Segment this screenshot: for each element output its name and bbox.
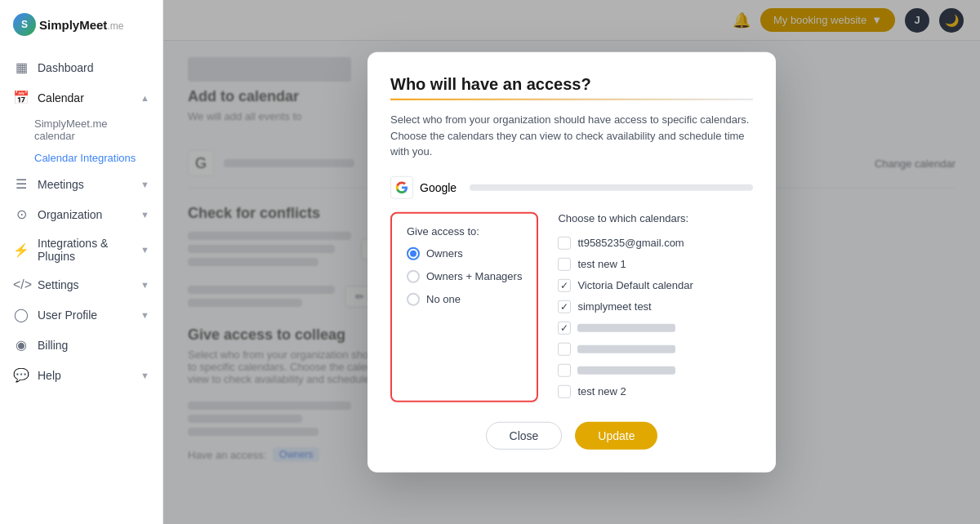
radio-owners[interactable]: Owners <box>407 246 522 260</box>
cal-item-blurred-1[interactable]: ✓ <box>558 317 753 338</box>
cal-checkbox-test-new-2[interactable] <box>558 384 571 397</box>
chevron-down-icon: ▼ <box>140 280 149 290</box>
cal-item-victoria[interactable]: ✓ Victoria Default calendar <box>558 274 753 295</box>
sidebar: S SimplyMeet.me ▦ Dashboard 📅 Calendar ▲… <box>0 0 163 524</box>
modal-title: Who will have an access? <box>390 75 753 94</box>
dashboard-icon: ▦ <box>13 60 29 75</box>
sidebar-item-label: Calendar <box>38 91 84 104</box>
chevron-down-icon: ▼ <box>140 371 149 380</box>
chevron-down-icon: ▼ <box>140 210 149 220</box>
owners-managers-label: Owners + Managers <box>426 270 522 282</box>
user-profile-icon: ◯ <box>13 307 29 322</box>
radio-button-owners-managers[interactable] <box>407 269 420 282</box>
logo: S SimplyMeet.me <box>0 13 163 52</box>
sidebar-item-label: Meetings <box>38 178 84 191</box>
settings-icon: </> <box>13 278 29 292</box>
access-options-box: Give access to: Owners Owners + Managers… <box>390 211 538 402</box>
sidebar-item-calendar[interactable]: 📅 Calendar ▲ <box>0 82 163 113</box>
radio-no-one[interactable]: No one <box>407 292 522 305</box>
chevron-down-icon: ▼ <box>140 245 149 255</box>
billing-icon: ◉ <box>13 337 29 353</box>
sidebar-item-label: Organization <box>38 208 102 221</box>
cal-item-blurred-2[interactable] <box>558 338 753 359</box>
calendar-icon: 📅 <box>13 90 29 105</box>
radio-button-owners[interactable] <box>407 246 420 260</box>
update-button[interactable]: Update <box>575 421 657 449</box>
cal-item-test-new-1[interactable]: test new 1 <box>558 253 753 274</box>
cal-label-blurred-1 <box>577 323 675 331</box>
sidebar-item-help[interactable]: 💬 Help ▼ <box>0 360 163 390</box>
cal-label-victoria: Victoria Default calendar <box>577 279 693 291</box>
no-one-label: No one <box>426 293 461 305</box>
cal-checkbox-victoria[interactable]: ✓ <box>558 278 571 291</box>
google-account-row: Google <box>390 175 753 198</box>
sidebar-item-label: User Profile <box>38 309 97 322</box>
chevron-down-icon: ▼ <box>140 310 149 320</box>
radio-button-no-one[interactable] <box>407 292 420 305</box>
cal-checkbox-blurred-1[interactable]: ✓ <box>558 321 571 334</box>
logo-icon: S <box>13 13 36 36</box>
sidebar-item-integrations[interactable]: ⚡ Integrations & Plugins ▼ <box>0 229 163 270</box>
google-icon <box>390 175 413 198</box>
cal-label-test-new-2: test new 2 <box>577 385 626 397</box>
sidebar-item-settings[interactable]: </> Settings ▼ <box>0 270 163 300</box>
cal-checkbox-blurred-2[interactable] <box>558 342 571 355</box>
logo-text: SimplyMeet.me <box>39 18 123 32</box>
checkmark-icon: ✓ <box>560 279 568 291</box>
cal-label-test-new-1: test new 1 <box>577 258 626 270</box>
main-content: 🔔 My booking website ▼ J 🌙 Add to calend… <box>163 0 980 524</box>
access-modal: Who will have an access? Select who from… <box>368 52 776 473</box>
meetings-icon: ☰ <box>13 176 29 192</box>
sidebar-item-label: Help <box>38 369 61 382</box>
sidebar-sub-item-simplymeet[interactable]: SimplyMeet.me calendar <box>34 113 163 147</box>
cal-label-gmail: tt9585235@gmail.com <box>577 237 684 249</box>
organization-icon: ⊙ <box>13 206 29 222</box>
sidebar-item-billing[interactable]: ◉ Billing <box>0 330 163 360</box>
calendar-list: Choose to which calendars: tt9585235@gma… <box>558 211 753 402</box>
owners-label: Owners <box>426 247 463 260</box>
cal-checkbox-gmail[interactable] <box>558 236 571 249</box>
cal-item-gmail[interactable]: tt9585235@gmail.com <box>558 232 753 253</box>
close-button[interactable]: Close <box>486 421 563 449</box>
cal-checkbox-blurred-3[interactable] <box>558 363 571 376</box>
radio-owners-managers[interactable]: Owners + Managers <box>407 269 522 282</box>
cal-item-test-new-2[interactable]: test new 2 <box>558 380 753 402</box>
help-icon: 💬 <box>13 367 29 383</box>
sidebar-item-label: Billing <box>38 339 68 352</box>
sidebar-item-label: Integrations & Plugins <box>38 237 132 263</box>
modal-description: Select who from your organization should… <box>390 112 753 160</box>
sidebar-item-organization[interactable]: ⊙ Organization ▼ <box>0 199 163 229</box>
sidebar-item-label: Dashboard <box>38 61 94 74</box>
choose-calendars-label: Choose to which calendars: <box>558 211 753 224</box>
sidebar-sub-item-integrations[interactable]: Calendar Integrations <box>34 147 163 169</box>
cal-checkbox-test-new-1[interactable] <box>558 257 571 270</box>
modal-divider <box>390 99 753 100</box>
checkmark-icon: ✓ <box>560 300 568 312</box>
cal-label-blurred-3 <box>577 366 675 374</box>
integrations-icon: ⚡ <box>13 242 29 258</box>
chevron-down-icon: ▼ <box>140 180 149 189</box>
cal-item-blurred-3[interactable] <box>558 359 753 380</box>
checkmark-icon: ✓ <box>560 322 568 333</box>
modal-body: Give access to: Owners Owners + Managers… <box>390 211 753 402</box>
cal-label-blurred-2 <box>577 344 675 353</box>
cal-item-simplymeet-test[interactable]: ✓ simplymeet test <box>558 295 753 317</box>
google-account-name: Google <box>420 180 457 193</box>
sidebar-item-user-profile[interactable]: ◯ User Profile ▼ <box>0 300 163 330</box>
sidebar-item-meetings[interactable]: ☰ Meetings ▼ <box>0 169 163 199</box>
chevron-up-icon: ▲ <box>140 93 149 103</box>
give-access-label: Give access to: <box>407 224 522 237</box>
radio-inner <box>410 250 416 256</box>
cal-label-simplymeet-test: simplymeet test <box>577 300 651 313</box>
cal-checkbox-simplymeet-test[interactable]: ✓ <box>558 300 571 313</box>
sidebar-item-dashboard[interactable]: ▦ Dashboard <box>0 52 163 82</box>
calendar-submenu: SimplyMeet.me calendar Calendar Integrat… <box>0 113 163 169</box>
sidebar-item-label: Settings <box>38 278 79 291</box>
modal-footer: Close Update <box>390 421 753 449</box>
